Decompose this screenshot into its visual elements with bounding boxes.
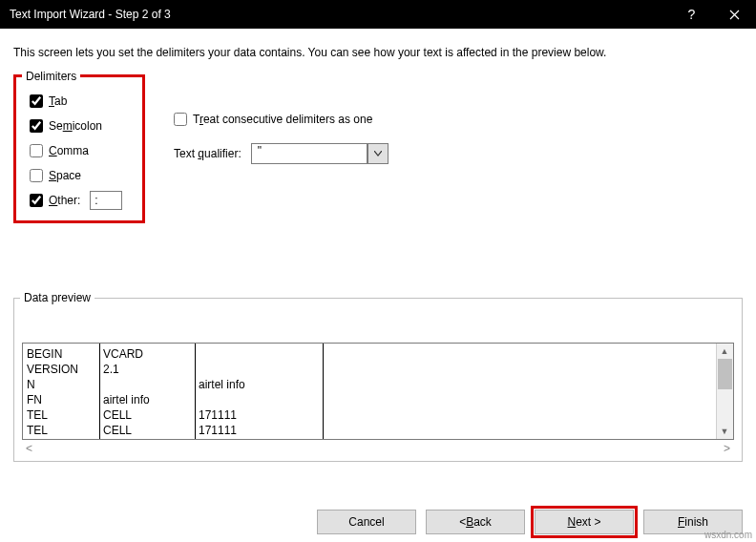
intro-text: This screen lets you set the delimiters … <box>13 46 743 59</box>
column-separator <box>195 344 196 439</box>
close-button[interactable] <box>713 0 756 29</box>
watermark: wsxdn.com <box>704 530 752 540</box>
help-button[interactable]: ? <box>670 0 713 29</box>
scroll-thumb[interactable] <box>718 359 732 389</box>
delimiters-legend: Delimiters <box>22 70 80 83</box>
delimiter-tab-checkbox[interactable] <box>30 94 43 108</box>
delimiter-comma-label[interactable]: Comma <box>49 144 89 157</box>
text-qualifier-select[interactable]: " <box>251 143 388 164</box>
delimiter-semicolon-label[interactable]: Semicolon <box>49 119 102 133</box>
close-icon <box>729 10 740 20</box>
delimiter-tab-label[interactable]: Tab <box>49 94 67 108</box>
delimiter-space-label[interactable]: Space <box>49 169 81 182</box>
text-qualifier-dropdown-button[interactable] <box>368 143 388 164</box>
data-preview-box: BEGIN VERSION N FN TEL TEL VCARD 2.1 air… <box>22 343 734 440</box>
dialog-footer: Cancel < Back Next > Finish <box>317 510 743 534</box>
back-button[interactable]: < Back <box>426 510 525 534</box>
delimiter-tab-row: Tab <box>30 93 133 110</box>
next-button[interactable]: Next > <box>535 510 634 534</box>
column-separator <box>323 344 324 439</box>
column-separator <box>99 344 100 439</box>
scroll-right-icon[interactable]: > <box>724 442 730 455</box>
treat-consecutive-row: Treat consecutive delimiters as one <box>174 111 388 128</box>
data-preview-legend: Data preview <box>20 291 94 304</box>
delimiter-space-row: Space <box>30 167 133 184</box>
scroll-up-icon[interactable]: ▲ <box>717 344 732 359</box>
treat-consecutive-checkbox[interactable] <box>174 113 187 126</box>
delimiter-other-label[interactable]: Other: <box>49 194 80 207</box>
delimiters-group: Delimiters Tab Semicolon Comma Space <box>13 74 145 223</box>
preview-col3: airtel info 171111 171111 <box>199 346 245 438</box>
scroll-left-icon[interactable]: < <box>26 442 32 455</box>
data-preview-group: Data preview BEGIN VERSION N FN TEL TEL … <box>13 298 743 462</box>
delimiter-semicolon-row: Semicolon <box>30 117 133 135</box>
scroll-down-icon[interactable]: ▼ <box>717 424 732 439</box>
text-qualifier-label: Text qualifier: <box>174 147 242 160</box>
cancel-button[interactable]: Cancel <box>317 510 416 534</box>
text-qualifier-value: " <box>251 143 368 164</box>
delimiter-comma-checkbox[interactable] <box>30 144 43 157</box>
window-title: Text Import Wizard - Step 2 of 3 <box>10 8 670 21</box>
delimiter-space-checkbox[interactable] <box>30 169 43 182</box>
data-preview-content: BEGIN VERSION N FN TEL TEL VCARD 2.1 air… <box>23 344 716 439</box>
chevron-down-icon <box>374 151 382 156</box>
horizontal-scrollbar[interactable]: < > <box>22 440 734 457</box>
delimiter-comma-row: Comma <box>30 142 133 159</box>
preview-col2: VCARD 2.1 airtel info CELL CELL <box>103 346 150 438</box>
preview-col1: BEGIN VERSION N FN TEL TEL <box>27 346 78 438</box>
treat-consecutive-label[interactable]: Treat consecutive delimiters as one <box>193 113 372 126</box>
delimiter-semicolon-checkbox[interactable] <box>30 119 43 133</box>
vertical-scrollbar[interactable]: ▲ ▼ <box>716 344 733 439</box>
delimiter-other-input[interactable] <box>90 191 122 210</box>
delimiter-other-row: Other: <box>30 192 133 209</box>
titlebar: Text Import Wizard - Step 2 of 3 ? <box>0 0 756 29</box>
delimiter-other-checkbox[interactable] <box>30 194 43 207</box>
